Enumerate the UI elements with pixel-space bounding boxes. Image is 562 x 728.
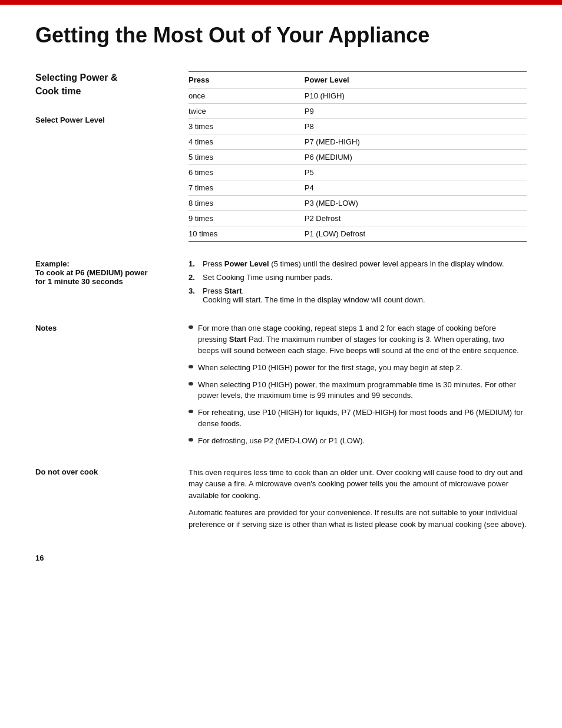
dnoc-left: Do not over cook — [35, 467, 189, 536]
power-cook-section: Selecting Power &Cook time Select Power … — [35, 71, 527, 242]
note-1: For more than one stage cooking, repeat … — [189, 323, 527, 357]
bullet-dot-4 — [189, 410, 193, 413]
example-section: Example: To cook at P6 (MEDIUM) power fo… — [35, 259, 527, 309]
step-1: 1. Press Power Level (5 times) until the… — [189, 259, 527, 268]
power-cook-left: Selecting Power &Cook time Select Power … — [35, 71, 189, 242]
select-power-label: Select Power Level — [35, 116, 177, 124]
power-table-row: 6 timesP5 — [189, 165, 527, 180]
dnoc-right: This oven requires less time to cook tha… — [189, 467, 527, 536]
level-cell: P6 (MEDIUM) — [305, 150, 527, 165]
level-cell: P1 (LOW) Defrost — [305, 226, 527, 242]
dnoc-para-2: Automatic features are provided for your… — [189, 507, 527, 530]
press-cell: 8 times — [189, 196, 305, 211]
press-cell: 5 times — [189, 150, 305, 165]
step-1-num: 1. — [189, 259, 199, 268]
notes-right: For more than one stage cooking, repeat … — [189, 323, 527, 453]
page-number: 16 — [35, 554, 527, 562]
note-4-text: For reheating, use P10 (HIGH) for liquid… — [198, 407, 527, 430]
page-content: Getting the Most Out of Your Appliance S… — [0, 5, 562, 586]
col-level-header: Power Level — [305, 72, 527, 88]
example-right: 1. Press Power Level (5 times) until the… — [189, 259, 527, 309]
press-cell: 7 times — [189, 180, 305, 196]
notes-bullet-list: For more than one stage cooking, repeat … — [189, 323, 527, 447]
dnoc-para-1: This oven requires less time to cook tha… — [189, 467, 527, 502]
press-cell: 3 times — [189, 119, 305, 134]
note-4: For reheating, use P10 (HIGH) for liquid… — [189, 407, 527, 430]
power-table: Press Power Level onceP10 (HIGH)twiceP93… — [189, 71, 527, 242]
step-3: 3. Press Start.Cooking will start. The t… — [189, 286, 527, 304]
press-cell: 6 times — [189, 165, 305, 180]
step-3-text: Press Start.Cooking will start. The time… — [203, 286, 527, 304]
note-2-text: When selecting P10 (HIGH) power for the … — [198, 363, 462, 374]
step-3-num: 3. — [189, 286, 199, 295]
note-5-text: For defrosting, use P2 (MED-LOW) or P1 (… — [198, 436, 365, 447]
page-title: Getting the Most Out of Your Appliance — [35, 22, 527, 48]
bullet-dot-1 — [189, 325, 193, 329]
power-table-row: 5 timesP6 (MEDIUM) — [189, 150, 527, 165]
section-heading: Selecting Power &Cook time — [35, 71, 177, 98]
top-bar — [0, 0, 562, 5]
level-cell: P3 (MED-LOW) — [305, 196, 527, 211]
note-5: For defrosting, use P2 (MED-LOW) or P1 (… — [189, 436, 527, 447]
power-table-row: 9 timesP2 Defrost — [189, 211, 527, 226]
bullet-dot-2 — [189, 365, 193, 368]
level-cell: P10 (HIGH) — [305, 88, 527, 104]
example-label-line1: Example: — [35, 259, 70, 268]
example-left: Example: To cook at P6 (MEDIUM) power fo… — [35, 259, 189, 309]
notes-label: Notes — [35, 324, 57, 332]
power-table-row: 10 timesP1 (LOW) Defrost — [189, 226, 527, 242]
steps-list: 1. Press Power Level (5 times) until the… — [189, 259, 527, 304]
power-table-row: 7 timesP4 — [189, 180, 527, 196]
bullet-dot-5 — [189, 438, 193, 442]
level-cell: P8 — [305, 119, 527, 134]
dnoc-label: Do not over cook — [35, 467, 98, 476]
step-1-text: Press Power Level (5 times) until the de… — [203, 259, 527, 268]
level-cell: P7 (MED-HIGH) — [305, 134, 527, 150]
example-label-line2: To cook at P6 (MEDIUM) power — [35, 268, 147, 277]
note-3-text: When selecting P10 (HIGH) power, the max… — [198, 380, 527, 402]
col-press-header: Press — [189, 72, 305, 88]
notes-section: Notes For more than one stage cooking, r… — [35, 323, 527, 453]
level-cell: P5 — [305, 165, 527, 180]
note-2: When selecting P10 (HIGH) power for the … — [189, 363, 527, 374]
dnoc-section: Do not over cook This oven requires less… — [35, 467, 527, 536]
power-table-row: 8 timesP3 (MED-LOW) — [189, 196, 527, 211]
press-cell: 10 times — [189, 226, 305, 242]
level-cell: P2 Defrost — [305, 211, 527, 226]
press-cell: 4 times — [189, 134, 305, 150]
press-cell: once — [189, 88, 305, 104]
step-2-text: Set Cooking Time using number pads. — [203, 273, 527, 282]
power-cook-right: Press Power Level onceP10 (HIGH)twiceP93… — [189, 71, 527, 242]
power-table-row: 3 timesP8 — [189, 119, 527, 134]
press-cell: 9 times — [189, 211, 305, 226]
notes-left: Notes — [35, 323, 189, 453]
example-label: Example: To cook at P6 (MEDIUM) power fo… — [35, 259, 177, 286]
note-3: When selecting P10 (HIGH) power, the max… — [189, 380, 527, 402]
power-table-row: 4 timesP7 (MED-HIGH) — [189, 134, 527, 150]
level-cell: P4 — [305, 180, 527, 196]
power-table-row: onceP10 (HIGH) — [189, 88, 527, 104]
example-label-line3: for 1 minute 30 seconds — [35, 277, 123, 286]
bullet-dot-3 — [189, 382, 193, 386]
note-1-text: For more than one stage cooking, repeat … — [198, 323, 527, 357]
press-cell: twice — [189, 104, 305, 119]
step-2: 2. Set Cooking Time using number pads. — [189, 273, 527, 282]
level-cell: P9 — [305, 104, 527, 119]
step-2-num: 2. — [189, 273, 199, 282]
power-table-row: twiceP9 — [189, 104, 527, 119]
